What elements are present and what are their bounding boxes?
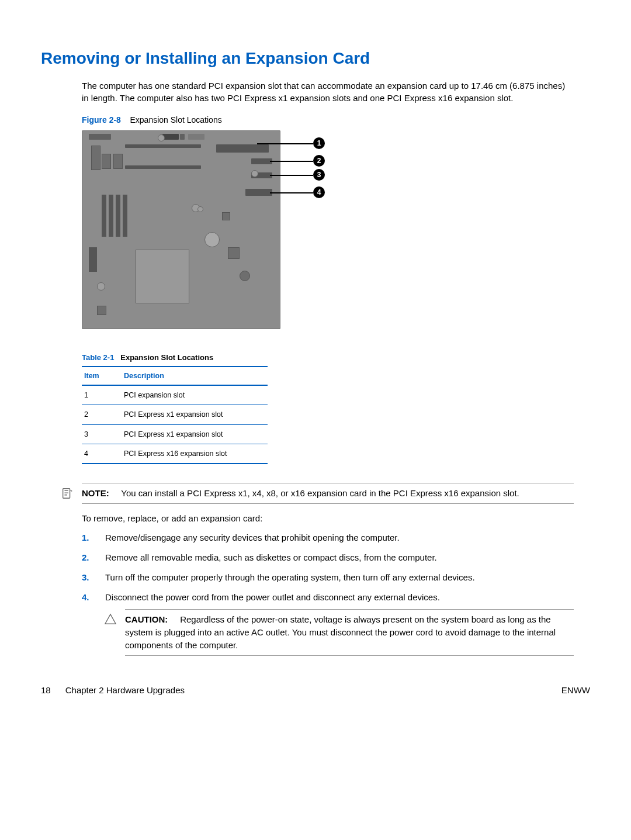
figure-label: Figure 2-8 xyxy=(82,115,121,125)
table-row: 4 PCI Express x16 expansion slot xyxy=(82,444,268,464)
caution-block: CAUTION: Regardless of the power-on stat… xyxy=(125,609,574,655)
page-title: Removing or Installing an Expansion Card xyxy=(41,47,590,71)
table-row: 1 PCI expansion slot xyxy=(82,385,268,405)
figure-callout-2: 2 xyxy=(313,155,325,167)
step-number: 3. xyxy=(82,571,89,584)
note-icon xyxy=(61,487,74,503)
note-label: NOTE: xyxy=(82,488,109,498)
step-number: 4. xyxy=(82,591,89,604)
caution-icon xyxy=(104,613,117,628)
motherboard-figure: 1 2 3 4 xyxy=(82,130,326,329)
figure-callout-1: 1 xyxy=(313,137,325,149)
motherboard-image xyxy=(82,130,280,329)
step-text: Remove all removable media, such as disk… xyxy=(105,552,437,562)
list-item: 1. Remove/disengage any security devices… xyxy=(82,531,574,544)
table-cell: PCI Express x1 expansion slot xyxy=(122,405,268,424)
figure-caption: Figure 2-8 Expansion Slot Locations xyxy=(82,114,574,126)
caution-label: CAUTION: xyxy=(125,614,168,624)
page-number: 18 xyxy=(41,685,51,695)
table-row: 2 PCI Express x1 expansion slot xyxy=(82,405,268,424)
note-text: You can install a PCI Express x1, x4, x8… xyxy=(121,488,519,498)
chapter-title: Chapter 2 Hardware Upgrades xyxy=(65,685,185,695)
table-cell: 3 xyxy=(82,424,122,444)
svg-rect-0 xyxy=(63,489,70,499)
list-item: 3. Turn off the computer properly throug… xyxy=(82,571,574,584)
step-text: Turn off the computer properly through t… xyxy=(105,572,475,582)
list-item: 4. Disconnect the power cord from the po… xyxy=(82,591,574,656)
table-cell: PCI expansion slot xyxy=(122,385,268,405)
figure-title: Expansion Slot Locations xyxy=(130,115,221,125)
steps-list: 1. Remove/disengage any security devices… xyxy=(82,531,574,655)
slot-locations-table: Table 2-1 Expansion Slot Locations Item … xyxy=(82,352,268,464)
list-item: 2. Remove all removable media, such as d… xyxy=(82,551,574,564)
step-number: 1. xyxy=(82,531,89,544)
intro-paragraph: The computer has one standard PCI expans… xyxy=(82,79,574,105)
table-cell: 1 xyxy=(82,385,122,405)
footer-right: ENWW xyxy=(561,684,590,697)
table-cell: 4 xyxy=(82,444,122,464)
table-title: Expansion Slot Locations xyxy=(120,353,213,362)
table-label: Table 2-1 xyxy=(82,353,114,362)
note-block: NOTE: You can install a PCI Express x1, … xyxy=(82,483,574,504)
figure-callout-3: 3 xyxy=(313,169,325,181)
table-cell: 2 xyxy=(82,405,122,424)
step-number: 2. xyxy=(82,551,89,564)
step-text: Disconnect the power cord from the power… xyxy=(105,592,440,602)
table-cell: PCI Express x16 expansion slot xyxy=(122,444,268,464)
table-cell: PCI Express x1 expansion slot xyxy=(122,424,268,444)
table-header-description: Description xyxy=(122,367,268,385)
table-header-item: Item xyxy=(82,367,122,385)
figure-callout-4: 4 xyxy=(313,186,325,198)
step-text: Remove/disengage any security devices th… xyxy=(105,533,400,542)
table-row: 3 PCI Express x1 expansion slot xyxy=(82,424,268,444)
caution-text: Regardless of the power-on state, voltag… xyxy=(125,614,556,650)
lead-in-text: To remove, replace, or add an expansion … xyxy=(82,512,574,525)
page-footer: 18 Chapter 2 Hardware Upgrades ENWW xyxy=(41,684,590,697)
